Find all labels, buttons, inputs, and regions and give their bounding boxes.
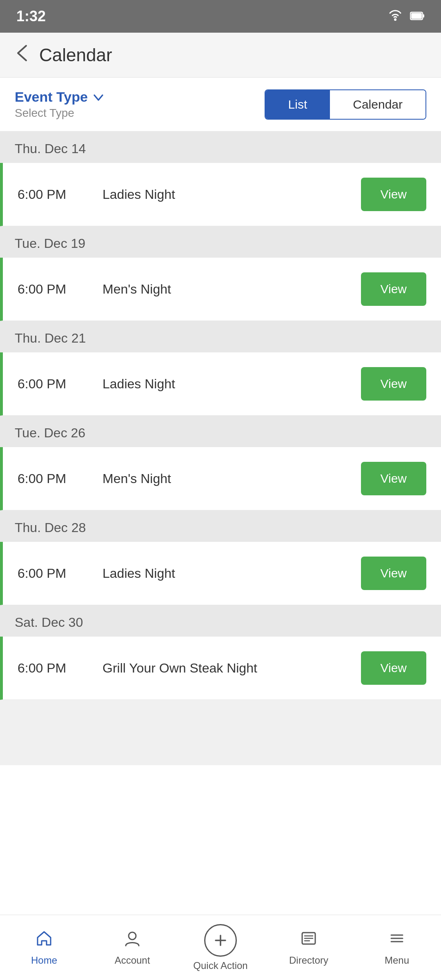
account-label: Account — [115, 955, 150, 966]
event-info: 6:00 PM Ladies Night — [18, 566, 175, 581]
date-header-text: Thu. Dec 21 — [15, 331, 86, 345]
event-item: 6:00 PM Ladies Night View — [0, 352, 441, 416]
event-info: 6:00 PM Men's Night — [18, 471, 171, 486]
wifi-icon — [387, 9, 403, 24]
event-name: Men's Night — [102, 282, 171, 297]
directory-icon — [300, 929, 318, 951]
event-info: 6:00 PM Ladies Night — [18, 376, 175, 392]
select-type-label: Select Type — [15, 107, 104, 120]
view-event-button[interactable]: View — [361, 651, 426, 685]
date-header-text: Sat. Dec 30 — [15, 615, 83, 630]
date-header-text: Tue. Dec 26 — [15, 425, 85, 440]
view-event-button[interactable]: View — [361, 462, 426, 495]
nav-item-account[interactable]: Account — [88, 923, 176, 973]
status-bar: 1:32 — [0, 0, 441, 33]
event-type-label[interactable]: Event Type — [15, 89, 104, 105]
nav-item-directory[interactable]: Directory — [265, 923, 353, 973]
menu-label: Menu — [385, 955, 409, 966]
event-info: 6:00 PM Ladies Night — [18, 187, 175, 202]
date-header-text: Tue. Dec 19 — [15, 236, 85, 251]
event-item: 6:00 PM Men's Night View — [0, 447, 441, 510]
date-header: Thu. Dec 21 — [0, 321, 441, 352]
view-event-button[interactable]: View — [361, 367, 426, 401]
event-time: 6:00 PM — [18, 566, 83, 581]
event-item: 6:00 PM Ladies Night View — [0, 163, 441, 226]
view-event-button[interactable]: View — [361, 178, 426, 211]
event-time: 6:00 PM — [18, 471, 83, 486]
svg-rect-2 — [423, 14, 424, 18]
nav-item-menu[interactable]: Menu — [353, 923, 441, 973]
battery-icon — [410, 9, 425, 24]
event-type-filter[interactable]: Event Type Select Type — [15, 89, 104, 120]
event-time: 6:00 PM — [18, 282, 83, 297]
filter-bar: Event Type Select Type List Calendar — [0, 78, 441, 131]
back-button[interactable] — [15, 44, 29, 66]
event-item: 6:00 PM Grill Your Own Steak Night View — [0, 637, 441, 700]
event-info: 6:00 PM Grill Your Own Steak Night — [18, 661, 257, 676]
event-item: 6:00 PM Men's Night View — [0, 258, 441, 321]
nav-item-home[interactable]: Home — [0, 923, 88, 973]
date-header: Tue. Dec 19 — [0, 226, 441, 258]
quick-action-label: Quick Action — [193, 960, 247, 971]
status-time: 1:32 — [16, 8, 46, 25]
list-view-button[interactable]: List — [265, 90, 330, 119]
directory-label: Directory — [289, 955, 328, 966]
view-toggle: List Calendar — [265, 89, 426, 120]
page-title: Calendar — [39, 45, 112, 65]
chevron-down-icon — [93, 89, 104, 105]
view-event-button[interactable]: View — [361, 272, 426, 306]
nav-item-quick-action[interactable]: Quick Action — [176, 918, 265, 978]
calendar-view-button[interactable]: Calendar — [330, 90, 425, 119]
home-icon — [35, 929, 53, 951]
date-header: Thu. Dec 14 — [0, 131, 441, 163]
date-header: Thu. Dec 28 — [0, 510, 441, 542]
svg-rect-3 — [411, 13, 422, 19]
svg-point-4 — [129, 932, 136, 940]
account-icon — [123, 929, 141, 951]
event-name: Ladies Night — [102, 566, 175, 581]
event-name: Grill Your Own Steak Night — [102, 661, 257, 676]
view-event-button[interactable]: View — [361, 557, 426, 590]
event-time: 6:00 PM — [18, 376, 83, 392]
event-name: Ladies Night — [102, 187, 175, 202]
home-label: Home — [31, 955, 57, 966]
event-item: 6:00 PM Ladies Night View — [0, 542, 441, 605]
date-header: Tue. Dec 26 — [0, 416, 441, 447]
event-name: Ladies Night — [102, 376, 175, 392]
event-time: 6:00 PM — [18, 661, 83, 676]
bottom-navigation: Home Account Quick Action Direct — [0, 915, 441, 980]
date-header-text: Thu. Dec 28 — [15, 520, 86, 535]
status-icons — [387, 9, 425, 24]
date-header-text: Thu. Dec 14 — [15, 141, 86, 156]
header: Calendar — [0, 33, 441, 78]
event-name: Men's Night — [102, 471, 171, 486]
event-info: 6:00 PM Men's Night — [18, 282, 171, 297]
date-header: Sat. Dec 30 — [0, 605, 441, 637]
menu-icon — [388, 929, 406, 951]
calendar-content: Thu. Dec 14 6:00 PM Ladies Night View Tu… — [0, 131, 441, 765]
quick-action-icon — [204, 924, 237, 957]
event-type-text: Event Type — [15, 89, 88, 105]
back-arrow-icon — [15, 44, 29, 66]
svg-point-0 — [394, 18, 396, 21]
event-time: 6:00 PM — [18, 187, 83, 202]
